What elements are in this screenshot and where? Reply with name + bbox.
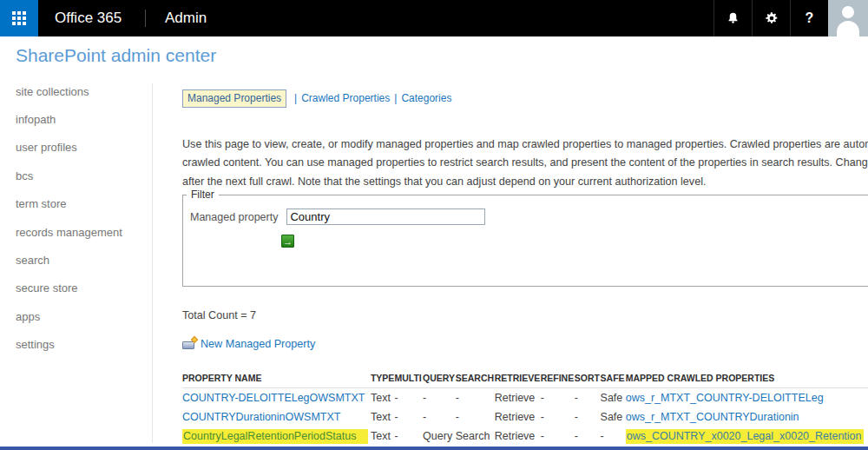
retrieve-cell: Retrieve: [495, 407, 541, 427]
type-cell: Text: [371, 407, 395, 427]
sidebar-item-apps[interactable]: apps: [16, 302, 146, 330]
waffle-icon: [12, 11, 26, 25]
filter-group: Filter Managed property →: [182, 189, 868, 287]
description-line: Use this page to view, create, or modify…: [182, 136, 868, 154]
sharepoint-admin-screen: Office 365 Admin ? SharePoint admin cent…: [0, 0, 868, 450]
table-row-highlighted: CountryLegalRetentionPeriodStatus Text -…: [182, 427, 868, 447]
page-description: Use this page to view, create, or modify…: [182, 136, 868, 191]
tab-separator: |: [394, 92, 397, 104]
sidebar-item-term-store[interactable]: term store: [16, 190, 146, 218]
top-suite-bar: Office 365 Admin ?: [0, 0, 868, 36]
admin-section-label: Admin: [165, 0, 207, 36]
avatar-body-shape: [837, 21, 859, 36]
multi-cell: -: [394, 407, 423, 427]
sidebar-nav: site collections infopath user profiles …: [16, 77, 146, 359]
retrieve-cell: Retrieve: [495, 427, 541, 447]
property-name-link-highlighted[interactable]: CountryLegalRetentionPeriodStatus: [182, 429, 368, 444]
bottom-window-edge: [0, 447, 868, 450]
avatar-head-shape: [842, 6, 854, 18]
property-name-link[interactable]: COUNTRY-DELOITTELegOWSMTXT: [182, 392, 365, 404]
arrow-right-icon: →: [283, 236, 293, 247]
app-launcher-button[interactable]: [0, 0, 38, 36]
col-property-name: PROPERTY NAME: [182, 368, 371, 387]
safe-cell: Safe: [601, 387, 626, 407]
type-cell: Text: [371, 387, 395, 407]
filter-legend: Filter: [187, 189, 219, 201]
help-icon: ?: [806, 10, 814, 26]
multi-cell: -: [394, 387, 423, 407]
help-button[interactable]: ?: [790, 0, 828, 36]
mapped-property-link[interactable]: ows_r_MTXT_COUNTRY-DELOITTELeg: [626, 392, 824, 404]
sort-cell: -: [575, 407, 601, 427]
col-retrieve: RETRIEVE: [495, 368, 541, 387]
tab-categories[interactable]: Categories: [401, 92, 451, 104]
bell-icon: [727, 11, 740, 25]
sort-cell: -: [575, 427, 601, 447]
query-cell: -: [423, 387, 456, 407]
settings-button[interactable]: [752, 0, 790, 36]
col-sort: SORT: [575, 368, 601, 387]
description-line: crawled content. You can use managed pro…: [182, 154, 868, 172]
filter-go-button[interactable]: →: [281, 235, 294, 248]
property-name-link[interactable]: COUNTRYDurationinOWSMTXT: [182, 411, 340, 423]
page-title: SharePoint admin center: [16, 45, 216, 66]
search-cell: Search: [456, 427, 495, 447]
total-count-label: Total Count = 7: [182, 309, 256, 321]
office-365-brand[interactable]: Office 365: [55, 0, 122, 36]
table-header-row: PROPERTY NAME TYPE MULTI QUERY SEARCH RE…: [182, 368, 868, 387]
sort-cell: -: [575, 387, 601, 407]
sidebar-item-search[interactable]: search: [16, 246, 146, 274]
sidebar-item-bcs[interactable]: bcs: [16, 162, 146, 189]
sidebar-item-user-profiles[interactable]: user profiles: [16, 134, 146, 162]
col-search: SEARCH: [456, 368, 495, 387]
type-cell: Text: [371, 427, 395, 447]
new-managed-property-link[interactable]: New Managed Property: [201, 338, 315, 350]
refine-cell: -: [541, 427, 575, 447]
sidebar-item-settings[interactable]: settings: [16, 331, 146, 359]
search-cell: -: [456, 387, 495, 407]
notifications-button[interactable]: [713, 0, 752, 36]
sidebar-item-secure-store[interactable]: secure store: [16, 275, 146, 302]
sidebar-item-site-collections[interactable]: site collections: [16, 77, 146, 105]
query-cell: -: [423, 407, 456, 427]
mapped-property-link-highlighted[interactable]: ows_COUNTRY_x0020_Legal_x0020_Retention: [626, 429, 864, 444]
search-cell: -: [456, 407, 495, 427]
query-cell: Query: [423, 427, 456, 447]
multi-cell: -: [394, 427, 423, 447]
table-row: COUNTRY-DELOITTELegOWSMTXT Text - - - Re…: [182, 387, 868, 407]
safe-cell: Safe: [601, 407, 626, 427]
topbar-divider: [145, 10, 146, 27]
refine-cell: -: [541, 387, 575, 407]
col-safe: SAFE: [601, 368, 626, 387]
refine-cell: -: [541, 407, 575, 427]
mapped-property-link[interactable]: ows_r_MTXT_COUNTRYDurationin: [626, 411, 799, 423]
tab-separator: |: [294, 92, 297, 104]
table-row: COUNTRYDurationinOWSMTXT Text - - - Retr…: [182, 407, 868, 427]
col-refine: REFINE: [541, 368, 575, 387]
col-query: QUERY: [423, 368, 456, 387]
managed-properties-table: PROPERTY NAME TYPE MULTI QUERY SEARCH RE…: [182, 368, 868, 447]
sidebar-item-records-management[interactable]: records management: [16, 218, 146, 246]
managed-property-input[interactable]: [286, 208, 485, 225]
col-mapped-crawled-properties: MAPPED CRAWLED PROPERTIES: [626, 368, 868, 387]
tab-managed-properties[interactable]: Managed Properties: [182, 89, 286, 108]
col-type: TYPE: [371, 368, 395, 387]
col-multi: MULTI: [394, 368, 423, 387]
search-schema-tabs: Managed Properties|Crawled Properties|Ca…: [182, 89, 451, 108]
gear-icon: [765, 11, 779, 25]
new-managed-property-row[interactable]: New Managed Property: [182, 337, 315, 350]
managed-property-label: Managed property: [190, 211, 278, 223]
tab-crawled-properties[interactable]: Crawled Properties: [301, 92, 390, 104]
sidebar-item-infopath[interactable]: infopath: [16, 105, 146, 133]
new-item-icon: [182, 337, 198, 350]
retrieve-cell: Retrieve: [495, 387, 541, 407]
sidebar-divider: [152, 83, 153, 443]
safe-cell: -: [601, 427, 626, 447]
account-avatar[interactable]: [828, 0, 868, 36]
